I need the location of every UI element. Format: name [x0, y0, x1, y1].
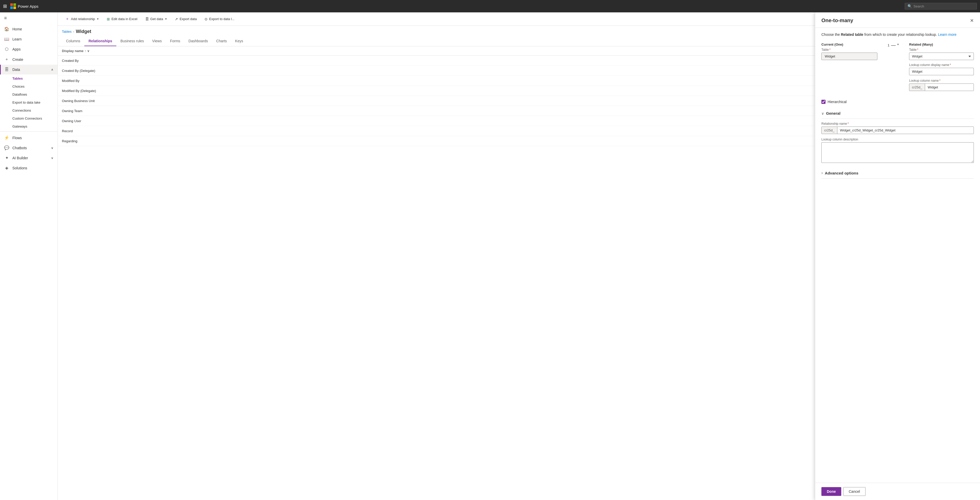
content-area: ＋ Add relationship ▼ ⊞ Edit data in Exce…	[58, 13, 980, 500]
lookup-col-name-container: cr25d_	[909, 84, 974, 91]
flows-icon: ⚡	[4, 135, 9, 140]
home-icon: 🏠	[4, 27, 9, 32]
sidebar-item-label: Data	[13, 68, 20, 71]
rel-name-label: Relationship name *	[821, 122, 974, 125]
general-chevron-icon: ∨	[821, 111, 824, 116]
arrow-line: —	[891, 43, 896, 48]
sidebar-sub-dataflows[interactable]: Dataflows	[13, 90, 57, 98]
current-table-label: Table *	[821, 48, 877, 52]
one-label: 1	[888, 43, 889, 47]
sidebar-sub-connections[interactable]: Connections	[13, 106, 57, 114]
tab-business-rules[interactable]: Business rules	[116, 37, 148, 46]
sidebar-collapse-button[interactable]: ≡	[0, 13, 57, 24]
sort-icon[interactable]: ↑	[84, 49, 86, 53]
chevron-down-icon2: ∨	[51, 156, 53, 160]
row-name: Created By (Delegate)	[62, 69, 914, 73]
required-star5: *	[848, 122, 849, 125]
get-data-dropdown-icon: ▼	[164, 17, 167, 21]
related-table-select[interactable]: Widget	[909, 52, 974, 60]
current-one-title: Current (One)	[821, 43, 877, 46]
tab-columns[interactable]: Columns	[62, 37, 84, 46]
hierarchical-label[interactable]: Hierarchical	[827, 100, 847, 104]
done-button[interactable]: Done	[821, 487, 841, 496]
sidebar-sub-gateways[interactable]: Gateways	[13, 122, 57, 130]
sidebar-sub-custom-connectors[interactable]: Custom Connectors	[13, 114, 57, 122]
sidebar-item-chatbots[interactable]: 💬 Chatbots ∨	[0, 143, 57, 153]
app-name-label: Power Apps	[18, 4, 38, 8]
lookup-display-name-input[interactable]	[909, 68, 974, 75]
learn-icon: 📖	[4, 37, 9, 41]
waffle-icon[interactable]: ⊞	[3, 3, 7, 9]
edit-data-excel-button[interactable]: ⊞ Edit data in Excel	[103, 15, 140, 23]
breadcrumb-current: Widget	[76, 29, 91, 34]
export-to-data-button[interactable]: ⊙ Export to data l...	[201, 15, 238, 23]
tab-relationships[interactable]: Relationships	[84, 37, 116, 46]
hierarchical-checkbox[interactable]	[821, 100, 826, 104]
search-box[interactable]: 🔍	[905, 3, 977, 10]
excel-icon: ⊞	[107, 17, 110, 21]
sidebar-item-label: Learn	[13, 37, 22, 41]
svg-rect-0	[10, 3, 13, 6]
panel-header: One-to-many ✕	[815, 13, 980, 28]
panel-body: Choose the Related table from which to c…	[815, 28, 980, 483]
asterisk-label: *	[897, 43, 899, 48]
add-relationship-label: Add relationship	[71, 17, 95, 21]
sidebar-sub-choices[interactable]: Choices	[13, 83, 57, 90]
sidebar-item-flows[interactable]: ⚡ Flows	[0, 133, 57, 143]
panel-close-button[interactable]: ✕	[970, 18, 974, 24]
filter-icon[interactable]: ∨	[87, 49, 89, 53]
sidebar-item-learn[interactable]: 📖 Learn	[0, 34, 57, 44]
required-star4: *	[939, 79, 940, 83]
svg-rect-2	[10, 6, 13, 9]
rel-name-input[interactable]	[837, 127, 974, 134]
panel-columns: Current (One) Table * Widget 1 — *	[821, 43, 974, 95]
connector-line: 1 — *	[888, 43, 899, 48]
lookup-desc-label: Lookup column description	[821, 138, 974, 141]
row-name: Created By	[62, 59, 914, 63]
microsoft-logo: Power Apps	[10, 3, 38, 9]
svg-rect-1	[13, 3, 16, 6]
panel-footer: Done Cancel	[815, 483, 980, 500]
connector-middle: 1 — *	[888, 43, 899, 49]
export-to-data-icon: ⊙	[205, 17, 208, 21]
one-to-many-panel: One-to-many ✕ Choose the Related table f…	[815, 13, 980, 500]
tab-charts[interactable]: Charts	[212, 37, 231, 46]
tab-keys[interactable]: Keys	[231, 37, 247, 46]
general-section-header[interactable]: ∨ General	[821, 108, 974, 119]
data-icon: 🗄	[4, 67, 9, 72]
sidebar-item-solutions[interactable]: ◈ Solutions	[0, 163, 57, 173]
get-data-button[interactable]: 🗄 Get data ▼	[142, 15, 171, 23]
tab-views[interactable]: Views	[148, 37, 166, 46]
sidebar-sub-tables[interactable]: Tables	[13, 75, 57, 83]
sidebar-item-home[interactable]: 🏠 Home	[0, 24, 57, 34]
breadcrumb-tables[interactable]: Tables	[62, 30, 72, 33]
sidebar-item-create[interactable]: ＋ Create	[0, 54, 57, 65]
lookup-display-label: Lookup column display name *	[909, 63, 974, 67]
sidebar-item-apps[interactable]: ⬡ Apps	[0, 44, 57, 54]
lookup-description-field: Lookup column description	[821, 138, 974, 164]
lookup-name-input[interactable]	[925, 84, 974, 91]
rel-name-prefix: cr25d_	[822, 127, 837, 134]
cancel-button[interactable]: Cancel	[843, 487, 865, 496]
search-input[interactable]	[913, 5, 974, 8]
sidebar: ≡ 🏠 Home 📖 Learn ⬡ Apps ＋ Create 🗄 Data …	[0, 13, 58, 500]
learn-more-link[interactable]: Learn more	[938, 32, 956, 37]
row-name: Owning Team	[62, 109, 914, 113]
current-one-col: Current (One) Table * Widget	[821, 43, 877, 60]
sidebar-item-data[interactable]: 🗄 Data ∧	[0, 65, 57, 75]
add-relationship-button[interactable]: ＋ Add relationship ▼	[62, 14, 102, 24]
sidebar-item-ai-builder[interactable]: ✦ AI Builder ∨	[0, 153, 57, 163]
tab-forms[interactable]: Forms	[166, 37, 185, 46]
export-data-label: Export data	[180, 17, 197, 21]
lookup-col-name-label: Lookup column name *	[909, 79, 974, 83]
lookup-description-textarea[interactable]	[821, 142, 974, 163]
sidebar-data-subitems: Tables Choices Dataflows Export to data …	[0, 75, 57, 130]
tab-dashboards[interactable]: Dashboards	[185, 37, 212, 46]
row-name: Modified By	[62, 79, 914, 83]
lookup-name-prefix: cr25d_	[909, 84, 925, 91]
export-data-button[interactable]: ↗ Export data	[172, 15, 200, 23]
sidebar-sub-export[interactable]: Export to data lake	[13, 98, 57, 106]
advanced-section-header[interactable]: › Advanced options	[821, 168, 974, 179]
sidebar-item-label: Solutions	[13, 166, 27, 170]
search-icon: 🔍	[908, 4, 912, 8]
